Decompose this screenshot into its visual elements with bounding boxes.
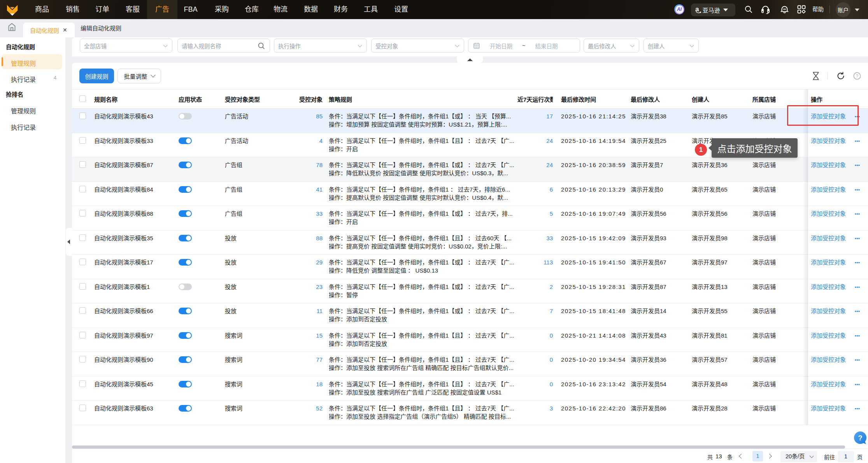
svg-text:?: ?: [856, 74, 858, 78]
svg-text:?: ?: [858, 434, 863, 442]
